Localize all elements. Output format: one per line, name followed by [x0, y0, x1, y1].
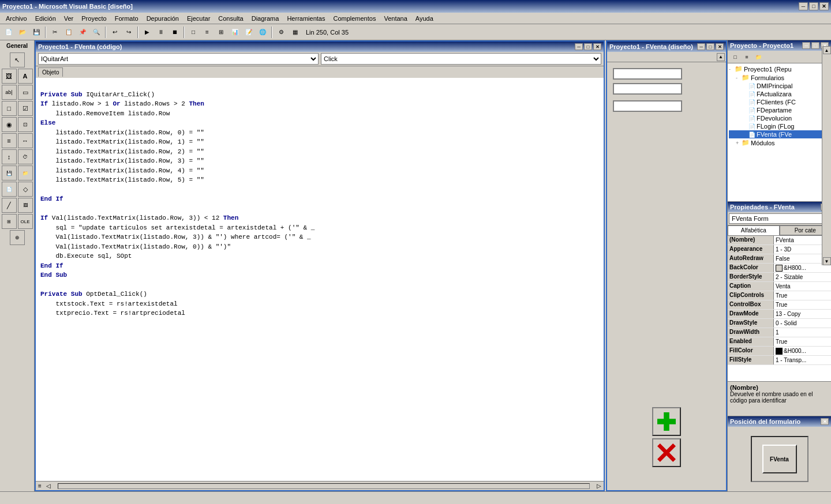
stop-button[interactable]: ⏹ — [169, 26, 181, 39]
tool-textbox[interactable]: ab| — [2, 85, 17, 100]
tool-picture[interactable]: 🖼 — [2, 69, 17, 84]
tree-item-fdevolucion[interactable]: 📄 FDevolucion — [729, 114, 830, 122]
prop-value-controlbox[interactable]: True — [774, 300, 831, 309]
tool-pointer[interactable]: ↖ — [10, 52, 25, 67]
maximize-button[interactable]: □ — [809, 2, 818, 10]
tool-drive[interactable]: 💾 — [2, 166, 17, 180]
new-button[interactable]: 📄 — [2, 26, 15, 39]
code-footer-scroll-btn[interactable]: ▷ — [597, 483, 601, 489]
view-form-btn[interactable]: □ — [730, 52, 740, 62]
formpos-close-btn[interactable]: ✕ — [821, 418, 829, 425]
tree-item-fventa[interactable]: 📄 FVenta (FVe — [729, 130, 830, 138]
extra-btn1[interactable]: ⚙ — [275, 26, 287, 39]
menu-consulta[interactable]: Consulta — [215, 14, 246, 23]
run-button[interactable]: ▶ — [141, 26, 154, 39]
view-code-btn[interactable]: ≡ — [742, 52, 752, 62]
menu-herramientas[interactable]: Herramientas — [283, 14, 328, 23]
redo-button[interactable]: ↪ — [122, 26, 135, 39]
copy-button[interactable]: 📋 — [62, 26, 75, 39]
minimize-button[interactable]: ─ — [799, 2, 808, 10]
tab-alphabetical[interactable]: Alfabética — [728, 225, 780, 235]
toggle-folder-btn[interactable]: 📁 — [753, 52, 763, 62]
tree-item-factualizara[interactable]: 📄 FActualizara — [729, 90, 830, 98]
tool-image[interactable]: 🖼 — [18, 198, 33, 213]
tool-vscroll[interactable]: ↕ — [2, 149, 17, 164]
add-button[interactable] — [652, 407, 681, 436]
tree-item-modulos[interactable]: + 📁 Módulos — [729, 138, 830, 147]
prop-value-caption[interactable]: Venta — [774, 282, 831, 291]
menu-ventana[interactable]: Ventana — [380, 14, 410, 23]
design-max-button[interactable]: □ — [706, 43, 714, 50]
props-object-dropdown[interactable]: FVenta Form — [729, 213, 830, 224]
close-button[interactable]: ✕ — [819, 2, 829, 10]
menu-diagrama[interactable]: Diagrama — [248, 14, 283, 23]
tool-dir[interactable]: 📁 — [18, 166, 33, 180]
tool-extra[interactable]: ⊕ — [10, 230, 25, 245]
toolbox-button[interactable]: ⊞ — [215, 26, 227, 39]
tree-item-formularios[interactable]: - 📁 Formularios — [729, 73, 830, 82]
tree-item-flogin[interactable]: 📄 FLogin (FLog — [729, 122, 830, 130]
tool-filelist[interactable]: 📄 — [2, 182, 17, 197]
code-close-button[interactable]: ✕ — [593, 43, 601, 50]
menu-editor-button[interactable]: ≡ — [201, 26, 214, 39]
form-button[interactable]: □ — [187, 26, 200, 39]
cut-button[interactable]: ✂ — [48, 26, 61, 39]
prop-value-fillcolor[interactable]: &H000... — [774, 347, 831, 355]
menu-ver[interactable]: Ver — [61, 14, 77, 23]
pause-button[interactable]: ⏸ — [155, 26, 167, 39]
prop-value-drawmode[interactable]: 13 - Copy — [774, 310, 831, 318]
code-content[interactable]: Private Sub IQuitarArt_Click() If listad… — [36, 78, 604, 481]
paste-button[interactable]: 📌 — [76, 26, 89, 39]
prop-value-drawwidth[interactable]: 1 — [774, 328, 831, 337]
open-button[interactable]: 📂 — [16, 26, 29, 39]
objeto-tab[interactable]: Objeto — [38, 67, 63, 77]
prop-value-drawstyle[interactable]: 0 - Solid — [774, 319, 831, 328]
code-min-button[interactable]: ─ — [575, 43, 583, 50]
prop-value-clipcontrols[interactable]: True — [774, 291, 831, 300]
undo-button[interactable]: ↩ — [108, 26, 121, 39]
tool-option[interactable]: ◉ — [2, 117, 17, 132]
menu-ejecutar[interactable]: Ejecutar — [184, 14, 214, 23]
tool-timer[interactable]: ⏱ — [18, 149, 33, 164]
project-button[interactable]: 📊 — [229, 26, 241, 39]
prop-value-enabled[interactable]: True — [774, 337, 831, 346]
tool-checkbox[interactable]: ☑ — [18, 101, 33, 116]
prop-value-fillstyle[interactable]: 1 - Transp... — [774, 356, 831, 364]
tool-command[interactable]: □ — [2, 101, 17, 116]
menu-complementos[interactable]: Complementos — [330, 14, 379, 23]
menu-edicion[interactable]: Edición — [32, 14, 59, 23]
tool-shape[interactable]: ◇ — [18, 182, 33, 197]
tree-item-fclientes[interactable]: 📄 FClientes (FC — [729, 98, 830, 106]
menu-ayuda[interactable]: Ayuda — [412, 14, 437, 23]
code-max-button[interactable]: □ — [584, 43, 592, 50]
menu-proyecto[interactable]: Proyecto — [78, 14, 110, 23]
project-min-btn[interactable]: ─ — [802, 42, 810, 49]
tree-item-dmiprincipal[interactable]: 📄 DMIPrincipal — [729, 82, 830, 90]
find-button[interactable]: 🔍 — [90, 26, 103, 39]
prop-value-borderstyle[interactable]: 2 - Sizable — [774, 273, 831, 281]
tool-label[interactable]: A — [18, 69, 33, 84]
design-close-button[interactable]: ✕ — [716, 43, 724, 50]
tool-data[interactable]: ⊞ — [2, 214, 17, 229]
design-min-button[interactable]: ─ — [697, 43, 705, 50]
tool-combobox[interactable]: ⊡ — [18, 117, 33, 132]
tool-frame[interactable]: ▭ — [18, 85, 33, 100]
object-selector[interactable]: IQuitarArt — [38, 53, 319, 65]
tree-item-project[interactable]: - 📁 Proyecto1 (Repu — [729, 65, 830, 73]
event-selector[interactable]: Click — [321, 53, 601, 65]
tool-ole[interactable]: OLE — [18, 214, 33, 229]
menu-depuracion[interactable]: Depuración — [143, 14, 182, 23]
project-max-btn[interactable]: □ — [811, 42, 819, 49]
remove-button[interactable] — [652, 438, 681, 467]
extra-btn2[interactable]: ▦ — [289, 26, 301, 39]
design-scroll-up[interactable]: ▲ — [717, 53, 725, 61]
menu-archivo[interactable]: Archivo — [2, 14, 31, 23]
tool-listbox[interactable]: ≡ — [2, 133, 17, 148]
menu-formato[interactable]: Formato — [111, 14, 142, 23]
tree-item-fdepartame[interactable]: 📄 FDepartame — [729, 106, 830, 114]
save-button[interactable]: 💾 — [30, 26, 43, 39]
browser-button[interactable]: 🌐 — [256, 26, 269, 39]
tool-line[interactable]: ╱ — [2, 198, 17, 213]
tool-hscroll[interactable]: ↔ — [18, 133, 33, 148]
props-button[interactable]: 📝 — [242, 26, 255, 39]
